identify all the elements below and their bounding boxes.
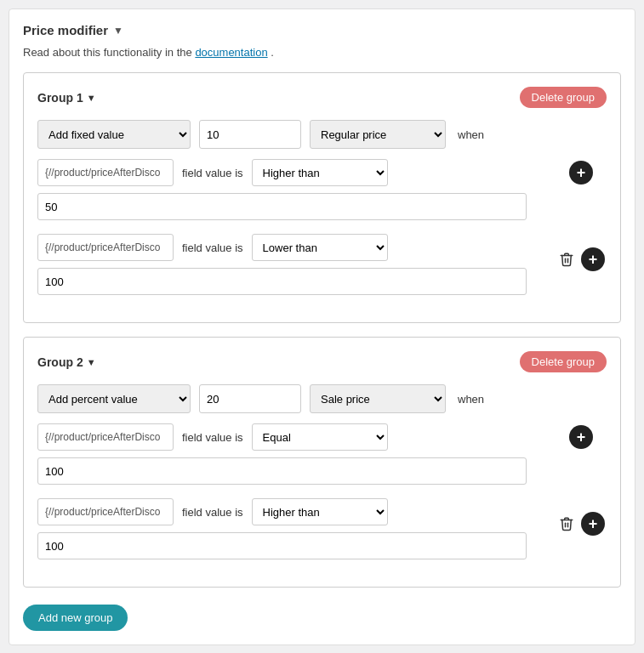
group-title-1: Group 1 ▼ (37, 91, 96, 105)
condition-icons-row-1-2: + (557, 247, 605, 271)
condition-group-2-1: field value isHigher thanLower thanEqual… (37, 423, 607, 495)
operator-select-1-2[interactable]: Higher thanLower thanEqualNot equal (252, 234, 388, 261)
field-value-is-label-1-1: field value is (182, 167, 243, 179)
price-type-select-1[interactable]: Regular priceSale price (310, 120, 446, 149)
delete-group-2-button[interactable]: Delete group (520, 351, 607, 372)
field-value-is-label-2-1: field value is (182, 431, 243, 444)
field-value-is-label-2-2: field value is (182, 506, 243, 519)
condition-value-row-1-2 (37, 268, 550, 295)
condition-field-input-2-1[interactable] (37, 423, 174, 451)
condition-field-row-1-2: field value isHigher thanLower thanEqual… (37, 234, 550, 261)
add-condition-button-2-1[interactable]: + (569, 425, 593, 449)
add-condition-button-1-1[interactable]: + (569, 161, 593, 185)
condition-group-1-2: field value isHigher thanLower thanEqual… (37, 234, 607, 305)
condition-icons-row-2-2: + (557, 512, 605, 536)
delete-condition-button-1-2[interactable] (557, 250, 576, 269)
group-label: Group 1 (37, 91, 83, 105)
title-text: Price modifier (23, 23, 108, 37)
desc-suffix: . (271, 46, 274, 59)
documentation-link[interactable]: documentation (195, 46, 267, 59)
group-label: Group 2 (37, 355, 83, 369)
desc-prefix: Read about this functionality in the (23, 46, 192, 59)
condition-actions-col-2-1: + (556, 423, 607, 449)
operator-select-2-2[interactable]: Higher thanLower thanEqualNot equal (252, 498, 388, 525)
group-chevron-icon: ▼ (87, 93, 96, 103)
condition-group-2-2: field value isHigher thanLower thanEqual… (37, 498, 607, 570)
condition-value-row-1-1 (37, 193, 550, 220)
condition-actions-col-1-2: + (556, 234, 607, 271)
condition-value-input-1-1[interactable] (37, 193, 527, 220)
page-wrapper: Price modifier ▼ Read about this functio… (9, 9, 635, 645)
group-title-2: Group 2 ▼ (37, 355, 96, 369)
price-type-select-2[interactable]: Regular priceSale price (310, 384, 446, 413)
condition-content-1-1: field value isHigher thanLower thanEqual… (37, 159, 550, 230)
group-main-row-2: Add fixed valueAdd percent valueSubtract… (37, 384, 607, 413)
group-chevron-icon: ▼ (87, 357, 96, 367)
condition-content-2-2: field value isHigher thanLower thanEqual… (37, 498, 550, 570)
groups-container: Group 1 ▼Delete groupAdd fixed valueAdd … (23, 72, 621, 588)
condition-field-row-1-1: field value isHigher thanLower thanEqual… (37, 159, 550, 186)
condition-row-actions-1-2: field value isHigher thanLower thanEqual… (37, 234, 607, 305)
action-type-select-1[interactable]: Add fixed valueAdd percent valueSubtract… (37, 120, 191, 149)
delete-condition-button-2-2[interactable] (557, 514, 576, 533)
add-new-group-button[interactable]: Add new group (23, 605, 128, 631)
condition-value-input-1-2[interactable] (37, 268, 527, 295)
title-chevron-icon: ▼ (113, 25, 123, 37)
group-box-2: Group 2 ▼Delete groupAdd fixed valueAdd … (23, 337, 621, 588)
condition-value-input-2-2[interactable] (37, 532, 527, 559)
condition-value-input-2-1[interactable] (37, 457, 527, 485)
operator-select-1-1[interactable]: Higher thanLower thanEqualNot equal (252, 159, 388, 186)
condition-value-row-2-1 (37, 457, 550, 485)
operator-select-2-1[interactable]: Higher thanLower thanEqualNot equal (252, 423, 388, 451)
field-value-is-label-1-2: field value is (182, 241, 243, 254)
add-condition-button-1-2[interactable]: + (581, 247, 605, 271)
condition-row-actions-2-2: field value isHigher thanLower thanEqual… (37, 498, 607, 570)
when-label-2: when (458, 393, 484, 406)
condition-actions-col-2-2: + (556, 498, 607, 536)
condition-field-row-2-2: field value isHigher thanLower thanEqual… (37, 498, 550, 525)
condition-group-1-1: field value isHigher thanLower thanEqual… (37, 159, 607, 230)
action-value-input-1[interactable] (199, 120, 301, 149)
group-main-row-1: Add fixed valueAdd percent valueSubtract… (37, 120, 607, 149)
condition-value-row-2-2 (37, 532, 550, 559)
description: Read about this functionality in the doc… (23, 46, 621, 59)
group-header-1: Group 1 ▼Delete group (37, 87, 607, 108)
condition-field-input-2-2[interactable] (37, 498, 174, 525)
condition-actions-col-1-1: + (556, 159, 607, 185)
condition-field-input-1-1[interactable] (37, 159, 174, 186)
when-label-1: when (458, 128, 484, 141)
condition-row-actions-1-1: field value isHigher thanLower thanEqual… (37, 159, 607, 230)
page-title: Price modifier ▼ (23, 23, 621, 37)
condition-field-input-1-2[interactable] (37, 234, 174, 261)
group-header-2: Group 2 ▼Delete group (37, 351, 607, 372)
condition-content-1-2: field value isHigher thanLower thanEqual… (37, 234, 550, 305)
delete-group-1-button[interactable]: Delete group (520, 87, 607, 108)
condition-row-actions-2-1: field value isHigher thanLower thanEqual… (37, 423, 607, 495)
condition-content-2-1: field value isHigher thanLower thanEqual… (37, 423, 550, 495)
add-condition-button-2-2[interactable]: + (581, 512, 605, 536)
action-value-input-2[interactable] (199, 384, 301, 413)
condition-field-row-2-1: field value isHigher thanLower thanEqual… (37, 423, 550, 451)
group-box-1: Group 1 ▼Delete groupAdd fixed valueAdd … (23, 72, 621, 323)
action-type-select-2[interactable]: Add fixed valueAdd percent valueSubtract… (37, 384, 191, 413)
